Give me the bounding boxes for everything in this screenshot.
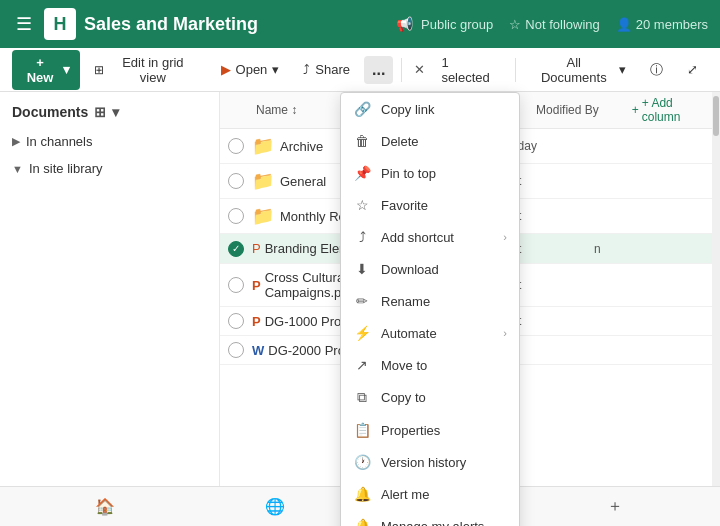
view-icon[interactable]: ⊞ [94, 104, 106, 120]
menu-item-move-to[interactable]: ↗ Move to [341, 349, 519, 381]
header-actions: Public group ☆ Not following 👤 20 member… [421, 17, 708, 32]
app-header: ☰ H Sales and Marketing 📢 Public group ☆… [0, 0, 720, 48]
grid-icon: ⊞ [94, 63, 104, 77]
docx-icon: W [252, 343, 264, 358]
menu-item-pin-to-top[interactable]: 📌 Pin to top [341, 157, 519, 189]
pptx-icon: P [252, 241, 261, 256]
add-button[interactable]: ＋ [599, 491, 631, 523]
history-icon: 🕐 [353, 454, 371, 470]
all-documents-button[interactable]: All Documents ▾ [524, 50, 636, 90]
chevron-down-icon: ▾ [619, 62, 626, 77]
row-checkbox[interactable] [228, 277, 244, 293]
arrow-icon: › [503, 327, 507, 339]
properties-icon: 📋 [353, 422, 371, 438]
menu-item-manage-alerts[interactable]: 🔔 Manage my alerts [341, 510, 519, 526]
site-logo: H [44, 8, 76, 40]
row-checkbox[interactable] [228, 313, 244, 329]
add-column-button[interactable]: + + Add column [632, 96, 704, 124]
documents-title: Documents [12, 104, 88, 120]
documents-header: Documents ⊞ ▾ [0, 100, 219, 128]
share-icon: ⤴ [303, 62, 310, 77]
rename-icon: ✏ [353, 293, 371, 309]
modified-by-column-header[interactable]: Modified By [536, 103, 632, 117]
selected-badge: 1 selected [433, 51, 506, 89]
chevron-down-icon: ▾ [272, 62, 279, 77]
pptx-icon: P [252, 314, 261, 329]
open-icon: ▶ [221, 62, 231, 77]
menu-item-properties[interactable]: 📋 Properties [341, 414, 519, 446]
public-group-button[interactable]: Public group [421, 17, 493, 32]
toolbar-separator [401, 58, 402, 82]
pin-icon: 📌 [353, 165, 371, 181]
edit-grid-view-button[interactable]: ⊞ Edit in grid view [84, 50, 206, 90]
close-selection-icon[interactable]: ✕ [410, 58, 429, 81]
context-menu: 🔗 Copy link 🗑 Delete 📌 Pin to top ☆ Favo… [340, 92, 520, 526]
chevron-down-icon[interactable]: ▾ [112, 104, 119, 120]
home-button[interactable]: 🏠 [89, 491, 121, 523]
members-label: 20 members [636, 17, 708, 32]
members-button[interactable]: 👤 20 members [616, 17, 708, 32]
star-icon: ☆ [509, 17, 521, 32]
sidebar: Documents ⊞ ▾ ▶ In channels ▼ In site li… [0, 92, 220, 526]
menu-item-copy-to[interactable]: ⧉ Copy to [341, 381, 519, 414]
menu-item-add-shortcut[interactable]: ⤴ Add shortcut › [341, 221, 519, 253]
menu-item-favorite[interactable]: ☆ Favorite [341, 189, 519, 221]
not-following-label: Not following [525, 17, 599, 32]
folder-icon: 📁 [252, 205, 274, 227]
content-area: Documents ⊞ ▾ ▶ In channels ▼ In site li… [0, 92, 720, 526]
menu-item-automate[interactable]: ⚡ Automate › [341, 317, 519, 349]
menu-item-version-history[interactable]: 🕐 Version history [341, 446, 519, 478]
row-checkbox[interactable] [228, 173, 244, 189]
folder-icon: 📁 [252, 170, 274, 192]
copy-link-icon: 🔗 [353, 101, 371, 117]
scrollbar-thumb[interactable] [713, 96, 719, 136]
row-checkbox[interactable]: ✓ [228, 241, 244, 257]
automate-icon: ⚡ [353, 325, 371, 341]
pptx-icon: P [252, 278, 261, 293]
sort-icon: ↕ [291, 103, 297, 117]
selected-count: 1 selected [441, 55, 498, 85]
menu-item-delete[interactable]: 🗑 Delete [341, 125, 519, 157]
download-icon: ⬇ [353, 261, 371, 277]
more-actions-button[interactable]: ... [364, 56, 393, 84]
plus-icon: + [632, 103, 639, 117]
public-group-label: Public group [421, 17, 493, 32]
shortcut-icon: ⤴ [353, 229, 371, 245]
megaphone-icon[interactable]: 📢 [396, 16, 413, 32]
move-icon: ↗ [353, 357, 371, 373]
manage-alerts-icon: 🔔 [353, 518, 371, 526]
menu-item-copy-link[interactable]: 🔗 Copy link [341, 93, 519, 125]
delete-icon: 🗑 [353, 133, 371, 149]
info-button[interactable]: ⓘ [640, 56, 673, 84]
row-checkbox[interactable] [228, 138, 244, 154]
site-title: Sales and Marketing [84, 14, 382, 35]
arrow-icon: › [503, 231, 507, 243]
scrollbar[interactable] [712, 92, 720, 526]
hamburger-menu[interactable]: ☰ [12, 9, 36, 39]
menu-item-download[interactable]: ⬇ Download [341, 253, 519, 285]
toolbar-separator2 [515, 58, 516, 82]
menu-item-rename[interactable]: ✏ Rename [341, 285, 519, 317]
expand-button[interactable]: ⤢ [677, 57, 708, 82]
toolbar: + New ▾ ⊞ Edit in grid view ▶ Open ▾ ⤴ S… [0, 48, 720, 92]
menu-item-alert-me[interactable]: 🔔 Alert me [341, 478, 519, 510]
chevron-down-icon: ▾ [63, 62, 70, 77]
row-checkbox[interactable] [228, 342, 244, 358]
new-button[interactable]: + New ▾ [12, 50, 80, 90]
row-checkbox[interactable] [228, 208, 244, 224]
favorite-icon: ☆ [353, 197, 371, 213]
folder-icon: 📁 [252, 135, 274, 157]
expand-arrow-icon: ▶ [12, 135, 20, 148]
globe-button[interactable]: 🌐 [259, 491, 291, 523]
modified-by: n [594, 242, 704, 256]
sidebar-in-channels[interactable]: ▶ In channels [0, 128, 219, 155]
share-button[interactable]: ⤴ Share [293, 57, 360, 82]
not-following-button[interactable]: ☆ Not following [509, 17, 599, 32]
open-button[interactable]: ▶ Open ▾ [211, 57, 290, 82]
sidebar-in-site-library[interactable]: ▼ In site library [0, 155, 219, 182]
people-icon: 👤 [616, 17, 632, 32]
toolbar-right: ⓘ ⤢ [640, 56, 708, 84]
alert-icon: 🔔 [353, 486, 371, 502]
collapse-arrow-icon: ▼ [12, 163, 23, 175]
copy-icon: ⧉ [353, 389, 371, 406]
